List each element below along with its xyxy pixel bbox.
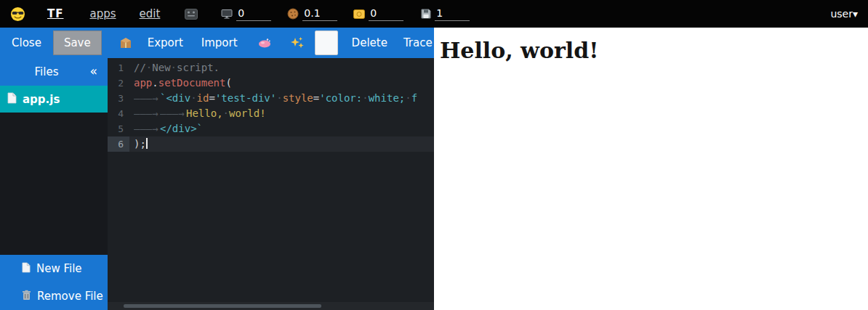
monitor-icon <box>221 9 233 19</box>
line-number: 3 <box>108 91 129 106</box>
files-header: Files « <box>0 58 108 86</box>
new-file-label: New File <box>36 262 82 275</box>
remove-file-button[interactable]: Remove File <box>0 282 108 310</box>
line-number: 1 <box>108 60 129 76</box>
nav-link-tf[interactable]: TF <box>47 7 63 20</box>
file-item-appjs[interactable]: app.js <box>0 86 108 113</box>
line-number: 4 <box>108 106 129 121</box>
monitor-value-field[interactable]: 0 <box>236 7 271 21</box>
code-line-5[interactable]: ———→</div>` <box>129 121 434 136</box>
workspace-body: Files « app.js <box>0 58 434 310</box>
file-item-label: app.js <box>23 93 60 106</box>
line-number: 5 <box>108 121 129 136</box>
code-line-2[interactable]: app.setDocument( <box>129 76 434 91</box>
editor-gutter: 123456 <box>108 60 129 310</box>
editor-hscrollbar-track[interactable] <box>108 302 434 310</box>
sidebar-empty-area <box>0 113 108 255</box>
save-button[interactable]: Save <box>53 30 102 55</box>
new-file-icon <box>22 262 31 276</box>
delete-button[interactable]: Delete <box>352 36 387 49</box>
soap-icon[interactable] <box>258 38 271 48</box>
coin-value-field[interactable]: 0 <box>369 7 403 21</box>
line-number: 2 <box>108 76 129 91</box>
package-icon[interactable] <box>119 37 132 49</box>
floppy-value-field[interactable]: 1 <box>435 7 470 21</box>
files-sidebar: Files « app.js <box>0 58 108 310</box>
app-preview-pane: Hello, world! <box>434 28 868 310</box>
code-line-1[interactable]: //·New·script. <box>129 60 434 76</box>
trace-button[interactable]: Trace <box>403 36 433 49</box>
smiley-sunglasses-icon[interactable] <box>10 7 25 22</box>
text-cursor <box>146 138 148 149</box>
coin-icon <box>353 9 365 19</box>
blank-button[interactable] <box>315 30 338 55</box>
code-editor[interactable]: 123456 //·New·script.app.setDocument(———… <box>108 58 434 310</box>
cookie-metric: 0.1 <box>287 7 337 21</box>
remove-file-label: Remove File <box>37 290 103 303</box>
caret-down-icon: ▾ <box>853 8 858 20</box>
new-file-button[interactable]: New File <box>0 255 108 282</box>
cookie-icon <box>287 8 299 20</box>
file-icon <box>7 92 17 107</box>
top-navbar: TF apps edit 0 <box>0 0 868 28</box>
close-button[interactable]: Close <box>12 36 41 49</box>
floppy-metric: 1 <box>421 7 470 21</box>
editor-toolbar: Close Save Export Import <box>0 28 434 58</box>
user-menu[interactable]: user▾ <box>830 8 858 20</box>
monitor-metric: 0 <box>221 7 271 21</box>
import-button[interactable]: Import <box>201 36 238 49</box>
editor-hscrollbar-thumb[interactable] <box>124 304 321 308</box>
code-line-4[interactable]: ———→———→Hello,·world! <box>129 106 434 121</box>
user-menu-label: user <box>830 8 853 20</box>
remove-file-icon <box>22 290 31 303</box>
editor-code[interactable]: //·New·script.app.setDocument(———→`<div·… <box>129 60 434 310</box>
coin-metric: 0 <box>353 7 403 21</box>
files-header-label: Files <box>0 58 93 86</box>
sparkles-icon[interactable] <box>290 36 305 49</box>
cookie-value-field[interactable]: 0.1 <box>302 7 337 21</box>
collapse-sidebar-button[interactable]: « <box>90 64 97 78</box>
floppy-icon <box>421 9 431 19</box>
grid-icon[interactable] <box>185 9 198 20</box>
code-line-6[interactable]: ); <box>129 136 434 152</box>
nav-link-edit[interactable]: edit <box>140 7 161 20</box>
preview-heading: Hello, world! <box>440 38 868 63</box>
code-line-3[interactable]: ———→`<div·id='test-div'·style='color:·wh… <box>129 91 434 106</box>
editor-workspace: Close Save Export Import <box>0 28 434 310</box>
nav-link-apps[interactable]: apps <box>89 7 116 20</box>
export-button[interactable]: Export <box>148 36 183 49</box>
line-number: 6 <box>108 136 129 152</box>
